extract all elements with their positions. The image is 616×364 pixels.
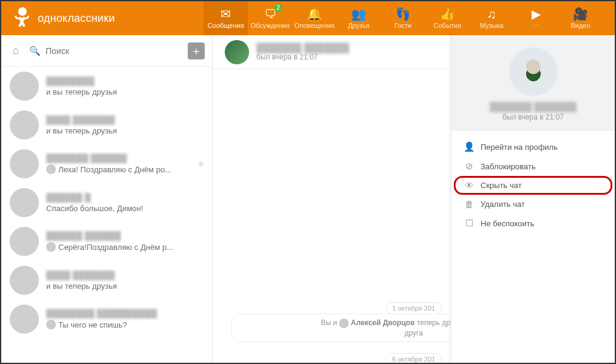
top-navbar: одноклассники ✉ Сообщения 🗨 2 Обсуждения… — [1, 1, 615, 35]
list-preview: и вы теперь друзья — [46, 126, 204, 135]
unread-indicator — [199, 161, 204, 166]
nav-more[interactable]: ▶ ⋯ — [514, 1, 558, 35]
chat-list-item[interactable]: ████████ и вы теперь друзья — [1, 67, 212, 106]
trash-icon: 🗑 — [464, 199, 474, 209]
chat-list-item[interactable]: ██████ █ Спасибо большое, Димон! — [1, 183, 212, 222]
date-separator: 1 октября 201 — [386, 302, 442, 314]
footprints-icon: 👣 — [395, 7, 411, 21]
list-contact-name: ████████ — [46, 76, 204, 86]
play-icon: ▶ — [532, 7, 541, 21]
panel-contact-name: ███████ ███████ — [457, 102, 609, 112]
list-contact-name: ████ ███████ — [46, 115, 204, 125]
list-preview: Спасибо большое, Димон! — [46, 204, 204, 213]
list-avatar — [10, 227, 39, 256]
eye-off-icon: 👁 — [464, 180, 474, 190]
list-contact-name: ██████ ██████ — [46, 231, 204, 241]
sender-mini-avatar — [46, 242, 56, 252]
chat-list-item[interactable]: ████████ ██████████ Ты чего не спишь? — [1, 300, 212, 339]
menu-hide-chat[interactable]: 👁 Скрыть чат — [454, 176, 612, 195]
panel-menu: 👤 Перейти на профиль ⊘ Заблокировать 👁 С… — [451, 131, 615, 239]
list-preview: Ты чего не спишь? — [46, 320, 204, 329]
block-icon: ⊘ — [464, 161, 474, 172]
list-preview: Серёга!Поздравляю с Днём р... — [46, 242, 204, 252]
nav-guests[interactable]: 👣 Гости — [381, 1, 425, 35]
profile-icon: 👤 — [464, 141, 474, 152]
sender-mini-avatar — [46, 164, 56, 174]
people-icon: 👥 — [351, 7, 366, 21]
music-note-icon: ♫ — [487, 7, 496, 21]
site-logo[interactable]: одноклассники — [13, 7, 115, 29]
nav-notifications[interactable]: 🔔 Оповещения — [292, 1, 337, 35]
ok-logo-icon — [13, 7, 32, 29]
panel-hero: ███████ ███████ был вчера в 21:07 — [451, 35, 615, 131]
discussions-badge: 2 — [274, 4, 282, 12]
chat-column: ███████ ███████ был вчера в 21:07 ✆ 🎥 🔍 … — [213, 35, 615, 363]
list-preview: Леха! Поздравляю с Днём ро... — [46, 164, 189, 174]
panel-avatar[interactable] — [509, 47, 558, 96]
list-preview: и вы теперь друзья — [46, 281, 204, 291]
main-nav: ✉ Сообщения 🗨 2 Обсуждения 🔔 Оповещения … — [204, 1, 603, 35]
nav-messages[interactable]: ✉ Сообщения — [204, 1, 248, 35]
chat-info-panel: ███████ ███████ был вчера в 21:07 👤 Пере… — [451, 35, 615, 363]
panel-contact-status: был вчера в 21:07 — [457, 113, 609, 121]
date-separator: 6 октября 201 — [386, 353, 442, 363]
chat-list: ████████ и вы теперь друзья ████ ███████… — [1, 67, 212, 363]
home-icon[interactable]: ⌂ — [9, 44, 23, 57]
menu-block-user[interactable]: ⊘ Заблокировать — [454, 157, 612, 176]
bell-icon: 🔔 — [307, 7, 322, 21]
list-avatar — [10, 149, 39, 178]
conversation-status: был вчера в 21:07 — [256, 53, 349, 61]
list-contact-name: ████ ███████ — [46, 271, 204, 280]
chat-list-item[interactable]: ██████ ██████ Серёга!Поздравляю с Днём р… — [1, 222, 212, 261]
list-contact-name: ███████ ██████ — [46, 153, 189, 163]
search-bar: ⌂ 🔍 ＋ — [1, 35, 212, 67]
nav-video[interactable]: 🎥 Видео — [558, 1, 603, 35]
inline-avatar-icon — [339, 318, 349, 328]
envelope-icon: ✉ — [221, 7, 231, 21]
chat-sidebar: ⌂ 🔍 ＋ ████████ и вы теперь друзья — [1, 35, 213, 363]
search-input[interactable] — [46, 46, 182, 56]
chat-list-item[interactable]: ███████ ██████ Леха! Поздравляю с Днём р… — [1, 144, 212, 183]
menu-do-not-disturb[interactable]: ☐ Не беспокоить — [454, 214, 612, 233]
sender-mini-avatar — [46, 320, 56, 329]
menu-delete-chat[interactable]: 🗑 Удалить чат — [454, 195, 612, 214]
new-chat-button[interactable]: ＋ — [188, 42, 205, 59]
conversation-avatar[interactable] — [225, 40, 249, 64]
brand-name: одноклассники — [38, 12, 115, 25]
list-preview: и вы теперь друзья — [46, 87, 204, 96]
list-avatar — [10, 110, 39, 140]
nav-music[interactable]: ♫ Музыка — [470, 1, 514, 35]
nav-discussions[interactable]: 🗨 2 Обсуждения — [248, 1, 292, 35]
nav-events[interactable]: 👍 События — [425, 1, 470, 35]
list-avatar — [10, 305, 39, 334]
nav-friends[interactable]: 👥 Друзья — [337, 1, 381, 35]
list-contact-name: ██████ █ — [46, 193, 204, 203]
list-avatar — [10, 72, 39, 101]
chat-list-item[interactable]: ████ ███████ и вы теперь друзья — [1, 261, 212, 300]
camera-icon: 🎥 — [573, 7, 588, 21]
chat-list-item[interactable]: ████ ███████ и вы теперь друзья — [1, 106, 212, 144]
search-field[interactable]: 🔍 — [29, 46, 182, 56]
list-avatar — [10, 188, 39, 217]
list-contact-name: ████████ ██████████ — [46, 309, 204, 318]
thumbs-up-icon: 👍 — [440, 7, 455, 21]
checkbox-empty-icon: ☐ — [464, 218, 474, 229]
menu-go-to-profile[interactable]: 👤 Перейти на профиль — [454, 137, 612, 157]
conversation-name: ███████ ███████ — [256, 42, 349, 53]
list-avatar — [10, 266, 39, 295]
magnifier-icon: 🔍 — [29, 46, 41, 56]
